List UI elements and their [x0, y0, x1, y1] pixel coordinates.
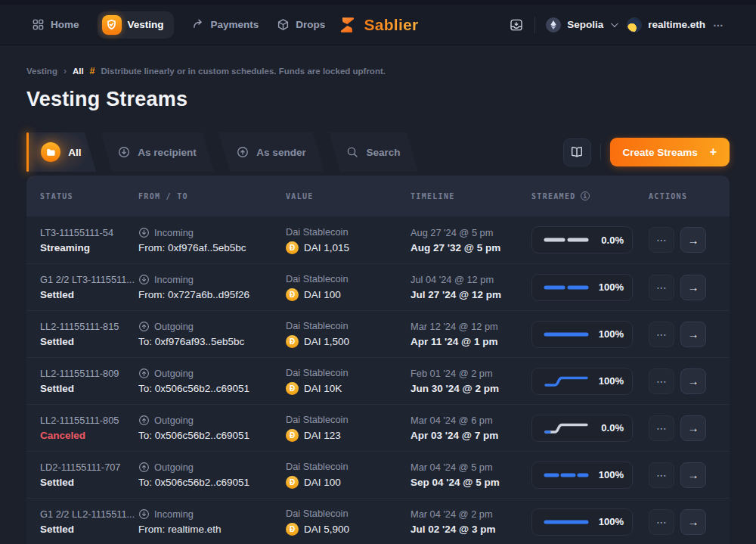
account-menu[interactable]: realtime.eth ⋯	[627, 17, 724, 33]
row-open-button[interactable]: →	[680, 275, 706, 300]
timeline-cell: Mar 04 '24 @ 6 pm Apr 03 '24 @ 7 pm	[411, 415, 531, 441]
nav-right: Sepolia realtime.eth ⋯	[509, 17, 724, 33]
breadcrumb-current[interactable]: All	[73, 67, 84, 76]
row-open-button[interactable]: →	[680, 509, 706, 535]
timeline-cell: Feb 01 '24 @ 2 pm Jun 30 '24 @ 2 pm	[411, 368, 531, 394]
counterparty-address[interactable]: To: 0xf976af93..5eb5bc	[138, 336, 286, 347]
info-icon[interactable]: i	[581, 191, 590, 201]
timeline-cell: Mar 12 '24 @ 12 pm Apr 11 '24 @ 1 pm	[411, 321, 531, 347]
status-cell: LL2-11155111-805 Canceled	[40, 415, 138, 441]
breadcrumb: Vesting › All # Distribute linearly or i…	[26, 66, 730, 76]
tab-as-recipient[interactable]: As recipient	[101, 132, 214, 172]
streamed-percent: 100%	[599, 375, 624, 387]
start-time: Jul 04 '24 @ 12 pm	[411, 274, 531, 285]
streamed-sparkline	[541, 281, 590, 294]
streamed-cell: 0.0%	[531, 226, 649, 253]
table-row[interactable]: LL2-11155111-805 Canceled Outgoing To: 0…	[26, 404, 730, 451]
streamed-progress[interactable]: 100%	[531, 274, 633, 301]
stream-status: Settled	[40, 336, 138, 347]
inbox-icon[interactable]	[509, 17, 524, 33]
row-open-button[interactable]: →	[680, 415, 706, 441]
value-cell: Dai Stablecoin Ð DAI 1,500	[286, 320, 411, 348]
sablier-logo[interactable]: Sablier	[337, 15, 418, 35]
row-more-button[interactable]: ⋯	[649, 322, 674, 347]
docs-button[interactable]	[563, 138, 591, 166]
table-row[interactable]: LT3-11155111-54 Streaming Incoming From:…	[26, 216, 730, 263]
streamed-progress[interactable]: 0.0%	[531, 415, 633, 442]
streamed-sparkline	[541, 516, 590, 528]
row-more-button[interactable]: ⋯	[649, 368, 674, 394]
direction-label: Outgoing	[154, 321, 194, 332]
row-open-button[interactable]: →	[680, 227, 706, 253]
counterparty-address[interactable]: From: 0xf976af..5eb5bc	[138, 242, 286, 253]
outgoing-icon	[138, 415, 150, 426]
dai-token-icon: Ð	[286, 382, 299, 395]
table-row[interactable]: LL2-11155111-809 Settled Outgoing To: 0x…	[26, 357, 730, 404]
arrow-up-circle-icon	[237, 146, 249, 158]
streamed-progress[interactable]: 0.0%	[531, 226, 633, 253]
counterparty-address[interactable]: From: realtime.eth	[138, 524, 286, 535]
network-label: Sepolia	[567, 19, 603, 30]
streamed-progress[interactable]: 100%	[531, 508, 633, 536]
header-status: STATUS	[40, 192, 138, 201]
stream-amount: DAI 100	[304, 477, 341, 488]
create-streams-button[interactable]: Create Streams +	[610, 138, 730, 166]
table-row[interactable]: LD2-11155111-707 Settled Outgoing To: 0x…	[26, 451, 730, 498]
arrow-down-circle-icon	[118, 146, 130, 158]
status-cell: G1 2/2 LT3-1115511... Settled	[40, 274, 138, 300]
network-selector[interactable]: Sepolia	[546, 17, 616, 33]
status-cell: LL2-11155111-815 Settled	[40, 321, 138, 347]
row-open-button[interactable]: →	[680, 368, 706, 394]
row-open-button[interactable]: →	[680, 322, 706, 347]
value-cell: Dai Stablecoin Ð DAI 123	[286, 414, 411, 442]
stream-status: Settled	[40, 383, 138, 394]
streamed-progress[interactable]: 100%	[531, 368, 633, 395]
row-more-button[interactable]: ⋯	[649, 415, 674, 441]
counterparty-address[interactable]: To: 0x506c56b2..c69051	[138, 477, 286, 488]
streamed-progress[interactable]: 100%	[531, 462, 633, 489]
nav-item-payments[interactable]: Payments	[192, 18, 259, 31]
tab-search-label: Search	[366, 147, 400, 158]
nav-item-drops[interactable]: Drops	[277, 18, 325, 31]
counterparty-address[interactable]: To: 0x506c56b2..c69051	[138, 430, 286, 441]
toolbar-right: Create Streams +	[563, 138, 730, 166]
counterparty-address[interactable]: To: 0x506c56b2..c69051	[138, 383, 286, 394]
direction-label: Incoming	[154, 508, 194, 520]
row-open-button[interactable]: →	[680, 462, 706, 488]
from-to-cell: Outgoing To: 0x506c56b2..c69051	[138, 415, 286, 441]
stream-id: LL2-11155111-805	[40, 415, 138, 426]
tab-all[interactable]: All	[26, 132, 96, 172]
header-streamed: STREAMED i	[531, 191, 649, 201]
row-more-button[interactable]: ⋯	[649, 275, 674, 300]
row-more-button[interactable]: ⋯	[649, 227, 674, 253]
tab-as-recipient-label: As recipient	[138, 147, 196, 158]
row-more-button[interactable]: ⋯	[649, 509, 674, 535]
stream-status: Streaming	[40, 242, 138, 253]
nav-payments-label: Payments	[211, 19, 259, 30]
breadcrumb-root[interactable]: Vesting	[26, 67, 57, 76]
table-row[interactable]: LL2-11155111-815 Settled Outgoing To: 0x…	[26, 310, 730, 357]
header-timeline: TIMELINE	[411, 192, 531, 201]
hash-icon: #	[90, 66, 95, 76]
streamed-progress[interactable]: 100%	[531, 321, 633, 348]
tab-as-sender[interactable]: As sender	[218, 132, 324, 172]
stream-id: LL2-11155111-809	[40, 368, 138, 379]
nav-item-vesting[interactable]: Vesting	[98, 11, 174, 39]
start-time: Mar 04 '24 @ 2 pm	[411, 508, 531, 520]
table-body: LT3-11155111-54 Streaming Incoming From:…	[26, 216, 730, 544]
breadcrumb-description: Distribute linearly or in custom schedul…	[101, 67, 386, 76]
row-more-button[interactable]: ⋯	[649, 462, 674, 488]
nav-item-home[interactable]: Home	[32, 18, 79, 31]
value-cell: Dai Stablecoin Ð DAI 100	[286, 461, 411, 489]
table-row[interactable]: G1 2/2 LL2-1115511... Settled Incoming F…	[26, 498, 730, 544]
tab-search[interactable]: Search	[329, 132, 418, 172]
counterparty-address[interactable]: From: 0x727a6b..d95f26	[138, 289, 286, 300]
cube-icon	[277, 18, 290, 31]
stream-amount: DAI 5,900	[304, 524, 349, 535]
nav-divider	[534, 17, 535, 33]
start-time: Mar 12 '24 @ 12 pm	[411, 321, 531, 332]
streamed-percent: 100%	[599, 469, 624, 480]
stream-amount: DAI 100	[304, 289, 341, 300]
table-row[interactable]: G1 2/2 LT3-1115511... Settled Incoming F…	[26, 263, 730, 310]
more-icon[interactable]: ⋯	[713, 19, 724, 31]
